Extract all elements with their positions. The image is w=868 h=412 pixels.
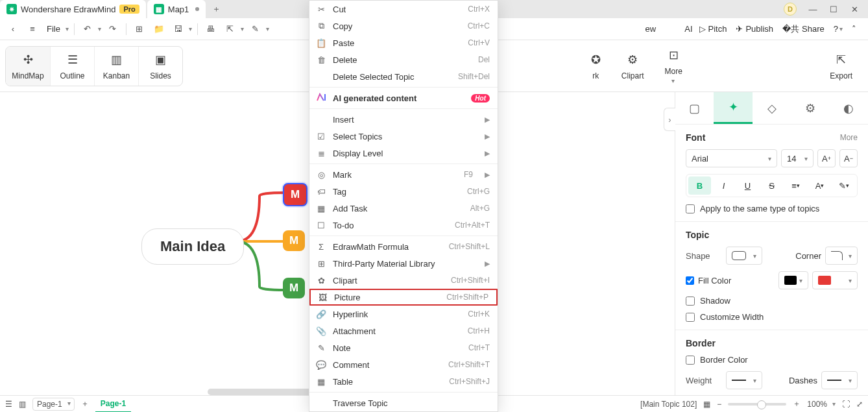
- cm-ai-generated[interactable]: AI generated content Hot: [309, 90, 498, 106]
- redo-button[interactable]: ↷: [105, 21, 121, 37]
- cm-copy[interactable]: ⧉CopyCtrl+C: [309, 18, 498, 34]
- horizontal-scrollbar[interactable]: [208, 389, 318, 395]
- apply-same-checkbox[interactable]: [686, 204, 695, 213]
- close-button[interactable]: ✕: [850, 5, 859, 14]
- user-avatar[interactable]: D: [784, 3, 797, 16]
- custom-width-checkbox[interactable]: [686, 313, 695, 322]
- maximize-button[interactable]: ☐: [829, 5, 838, 14]
- cm-thirdparty[interactable]: ⊞Third-Party Material Library▶: [309, 255, 498, 272]
- share-button[interactable]: �共Share: [782, 23, 825, 35]
- view-kanban[interactable]: ▥ Kanban: [94, 47, 138, 86]
- sb-split-icon[interactable]: ▥: [19, 400, 26, 409]
- sb-grid-icon[interactable]: ▦: [703, 400, 710, 409]
- cm-cut[interactable]: ✂CutCtrl+X: [309, 1, 498, 18]
- export-button[interactable]: ⇱: [223, 21, 238, 37]
- cm-attachment[interactable]: 📎AttachmentCtrl+H: [309, 322, 498, 339]
- save-button[interactable]: 🖫: [171, 21, 186, 37]
- weight-select[interactable]: ▾: [726, 371, 762, 389]
- subtopic-2[interactable]: M: [283, 230, 305, 251]
- file-menu[interactable]: File: [44, 24, 63, 34]
- add-tab-button[interactable]: ＋: [207, 0, 225, 18]
- app-tab[interactable]: ✷ Wondershare EdrawMind Pro: [0, 0, 146, 18]
- dashes-select[interactable]: ▾: [821, 371, 858, 389]
- strike-button[interactable]: S: [760, 176, 783, 195]
- edit-button[interactable]: ✎: [248, 21, 263, 37]
- bold-button[interactable]: B: [688, 176, 711, 195]
- font-increase-button[interactable]: A+: [817, 149, 836, 167]
- view-outline[interactable]: ☰ Outline: [50, 47, 94, 86]
- font-size-select[interactable]: 14▾: [781, 149, 814, 167]
- cm-delete-selected[interactable]: Delete Selected TopicShift+Del: [309, 68, 498, 85]
- cm-traverse[interactable]: Traverse Topic: [309, 394, 498, 411]
- cm-edrawmath[interactable]: ΣEdrawMath FormulaCtrl+Shift+L: [309, 238, 498, 255]
- subtopic-1[interactable]: M: [283, 183, 307, 206]
- collapse-toolbar-button[interactable]: ˄: [852, 24, 856, 34]
- sb-outline-icon[interactable]: ☰: [5, 400, 12, 409]
- cm-table[interactable]: ▦TableCtrl+Shift+J: [309, 373, 498, 390]
- border-color-checkbox[interactable]: [686, 356, 695, 365]
- cm-select-topics[interactable]: ☑Select Topics▶: [309, 128, 498, 145]
- view-slides[interactable]: ▣ Slides: [138, 47, 182, 86]
- shape-select[interactable]: ▾: [726, 247, 762, 265]
- view-mindmap[interactable]: ✣ MindMap: [6, 47, 50, 86]
- panel-tab-theme[interactable]: ◇: [753, 92, 791, 124]
- export-ribbon-button[interactable]: ⇱ Export: [819, 47, 863, 86]
- new-button[interactable]: ⊞: [132, 21, 147, 37]
- cm-clipart[interactable]: ✿ClipartCtrl+Shift+I: [309, 272, 498, 289]
- font-more-link[interactable]: More: [840, 133, 858, 142]
- cm-add-task[interactable]: ▦Add TaskAlt+G: [309, 200, 498, 217]
- cm-mark[interactable]: ◎MarkF9▶: [309, 166, 498, 183]
- fit-screen-button[interactable]: ⛶: [842, 400, 850, 409]
- panel-tab-history[interactable]: ◐: [830, 92, 868, 124]
- italic-button[interactable]: I: [712, 176, 735, 195]
- main-idea-node[interactable]: Main Idea: [141, 228, 244, 265]
- cm-comment[interactable]: 💬CommentCtrl+Shift+T: [309, 356, 498, 373]
- cm-tag[interactable]: 🏷TagCtrl+G: [309, 183, 498, 200]
- page-tab[interactable]: Page-1: [95, 396, 131, 413]
- tab-ai[interactable]: AI: [682, 24, 695, 34]
- mark-button-fragment[interactable]: ✪ rk: [581, 47, 611, 86]
- cm-display-level[interactable]: ≣Display Level▶: [309, 145, 498, 162]
- collapse-panel-button[interactable]: ›: [664, 108, 675, 131]
- fullscreen-button[interactable]: ⤢: [856, 400, 863, 409]
- font-family-select[interactable]: Arial▾: [686, 149, 777, 167]
- cm-note[interactable]: ✎NoteCtrl+T: [309, 339, 498, 356]
- font-decrease-button[interactable]: A−: [839, 149, 858, 167]
- cm-hyperlink[interactable]: 🔗HyperlinkCtrl+K: [309, 306, 498, 322]
- underline-button[interactable]: U: [736, 176, 759, 195]
- outline-color-select[interactable]: ▾: [778, 271, 808, 289]
- add-page-button[interactable]: ＋: [81, 398, 89, 409]
- minimize-button[interactable]: —: [808, 5, 817, 14]
- back-button[interactable]: ‹: [5, 21, 21, 37]
- open-button[interactable]: 📁: [151, 21, 167, 37]
- menu-button[interactable]: ≡: [25, 21, 40, 37]
- zoom-out-button[interactable]: −: [717, 400, 721, 409]
- cm-picture[interactable]: 🖼PictureCtrl+Shift+P: [309, 289, 498, 306]
- clipart-button[interactable]: ⚙ Clipart: [611, 47, 655, 86]
- cm-insert[interactable]: Insert▶: [309, 111, 498, 128]
- cm-delete[interactable]: 🗑DeleteDel: [309, 51, 498, 68]
- zoom-slider[interactable]: [728, 403, 786, 406]
- subtopic-3[interactable]: M: [283, 278, 305, 298]
- panel-tab-settings[interactable]: ⚙: [791, 92, 829, 124]
- cm-todo[interactable]: ☐To-doCtrl+Alt+T: [309, 217, 498, 234]
- corner-select[interactable]: ▾: [825, 247, 858, 265]
- undo-button[interactable]: ↶: [80, 21, 95, 37]
- align-button[interactable]: ≡▾: [784, 176, 807, 195]
- font-color-button[interactable]: A▾: [808, 176, 831, 195]
- fill-color-checkbox[interactable]: [686, 276, 694, 285]
- panel-tab-ai[interactable]: ✦: [714, 92, 752, 124]
- zoom-in-button[interactable]: ＋: [793, 398, 801, 409]
- cm-paste[interactable]: 📋PasteCtrl+V: [309, 34, 498, 51]
- more-button[interactable]: ⊡ More ▾: [655, 42, 693, 90]
- shadow-checkbox[interactable]: [686, 297, 695, 306]
- fill-color-select[interactable]: ▾: [812, 271, 858, 289]
- panel-tab-style[interactable]: ▢: [675, 92, 714, 124]
- pitch-button[interactable]: ▷Pitch: [699, 24, 727, 34]
- tab-view-fragment[interactable]: ew: [643, 24, 659, 34]
- page-select[interactable]: Page-1: [32, 398, 75, 411]
- print-button[interactable]: 🖶: [203, 21, 219, 37]
- document-tab[interactable]: ▦ Map1: [147, 0, 206, 18]
- highlight-button[interactable]: ✎▾: [832, 176, 855, 195]
- publish-button[interactable]: ✈Publish: [736, 24, 773, 34]
